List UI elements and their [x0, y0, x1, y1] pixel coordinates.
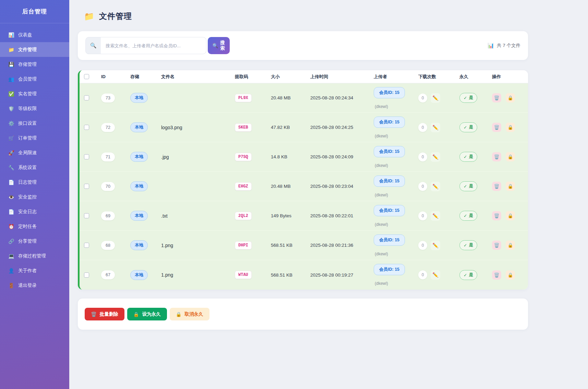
filename: .jpg: [161, 154, 169, 160]
table-row: 67 本地 1.png WTAU 568.51 KB 2025-08-28 00…: [80, 260, 528, 290]
batch-actions-bar: 🗑️ 批量删除 🔒 设为永久 🔒 取消永久: [78, 299, 528, 330]
edit-downloads-button[interactable]: ✏️: [431, 123, 440, 132]
col-header-permanent: 永久: [455, 74, 488, 80]
edit-downloads-button[interactable]: ✏️: [431, 93, 440, 103]
sidebar-item-about-author[interactable]: 👤 关于作者: [0, 263, 69, 278]
sidebar-item-file-management[interactable]: 📁 文件管理: [0, 42, 69, 57]
sidebar-item-security-monitor[interactable]: 👁️ 安全监控: [0, 190, 69, 204]
search-icon: 🔍: [85, 37, 101, 54]
edit-downloads-button[interactable]: ✏️: [431, 211, 440, 221]
sidebar-item-level-permission[interactable]: 🛡️ 等级权限: [0, 101, 69, 116]
check-box-icon: ✅: [8, 91, 15, 97]
sidebar-item-realname-management[interactable]: ✅ 实名管理: [0, 86, 69, 101]
filename: logo3.png: [161, 125, 182, 130]
sidebar-item-scheduled-tasks[interactable]: ⏰ 定时任务: [0, 219, 69, 234]
permanent-badge: ✓ 是: [459, 181, 477, 191]
lock-file-button[interactable]: 🔒: [506, 211, 515, 220]
uploader-username: (dkewl): [374, 134, 388, 138]
file-id-badge: 69: [101, 211, 115, 220]
file-id-badge: 68: [101, 241, 115, 250]
file-size: 20.48 MB: [271, 95, 291, 100]
table-row: 71 本地 .jpg P7SQ 14.8 KB 2025-08-28 00:24…: [80, 142, 528, 172]
download-count-badge: 0: [418, 182, 427, 191]
storage-badge: 本地: [130, 240, 148, 250]
sidebar-item-storage-management[interactable]: 💾 存储管理: [0, 57, 69, 72]
filename: .txt: [161, 213, 168, 219]
lock-file-button[interactable]: 🔒: [506, 93, 515, 102]
row-checkbox[interactable]: [84, 184, 89, 189]
lock-file-button[interactable]: 🔒: [506, 182, 515, 191]
storage-badge: 本地: [130, 93, 148, 103]
delete-file-button[interactable]: 🗑️: [492, 93, 501, 102]
sidebar-nav: 📊 仪表盘 📁 文件管理 💾 存储管理 👥 会员管理 ✅ 实名管理 🛡️ 等级权…: [0, 23, 69, 293]
search-button[interactable]: 🔍 搜索: [208, 37, 230, 54]
row-checkbox[interactable]: [84, 95, 89, 100]
row-checkbox[interactable]: [84, 213, 89, 218]
search-input[interactable]: [101, 37, 206, 54]
document-icon: 📄: [8, 180, 15, 185]
extract-code-badge: PL9X: [235, 94, 252, 102]
col-header-id: ID: [97, 74, 126, 79]
check-icon: ✓: [464, 154, 467, 159]
trash-icon: 🗑️: [494, 243, 499, 248]
search-icon: 🔍: [213, 43, 218, 48]
edit-downloads-button[interactable]: ✏️: [431, 270, 440, 280]
delete-file-button[interactable]: 🗑️: [492, 270, 501, 280]
row-checkbox[interactable]: [84, 125, 89, 130]
sidebar-item-system-settings[interactable]: 🔧 系统设置: [0, 160, 69, 175]
pencil-icon: ✏️: [432, 154, 438, 160]
col-header-downloads: 下载次数: [414, 74, 455, 80]
lock-file-button[interactable]: 🔒: [506, 270, 515, 280]
sidebar-item-security-log[interactable]: 📄 安全日志: [0, 204, 69, 219]
folder-icon: 📁: [84, 12, 94, 21]
permanent-badge: ✓ 是: [459, 93, 477, 103]
row-checkbox[interactable]: [84, 243, 89, 248]
wrench-icon: 🔧: [8, 165, 15, 170]
delete-file-button[interactable]: 🗑️: [492, 182, 501, 191]
sidebar-item-global-speed-limit[interactable]: 🚀 全局限速: [0, 145, 69, 160]
shield-icon: 🛡️: [8, 106, 15, 111]
sidebar-item-member-management[interactable]: 👥 会员管理: [0, 72, 69, 86]
sidebar-item-stored-procedure-management[interactable]: 💻 存储过程管理: [0, 248, 69, 263]
bar-chart-icon: 📊: [8, 32, 15, 38]
sidebar-item-logout[interactable]: 🚪 退出登录: [0, 278, 69, 293]
sidebar-item-dashboard[interactable]: 📊 仪表盘: [0, 27, 69, 42]
lock-file-button[interactable]: 🔒: [506, 152, 515, 161]
edit-downloads-button[interactable]: ✏️: [431, 152, 440, 162]
select-all-checkbox[interactable]: [84, 74, 89, 79]
check-icon: ✓: [464, 125, 467, 130]
permanent-badge: ✓ 是: [459, 240, 477, 250]
set-permanent-button[interactable]: 🔒 设为永久: [127, 308, 167, 320]
delete-file-button[interactable]: 🗑️: [492, 123, 501, 132]
upload-time: 2025-08-28 00:19:27: [310, 272, 353, 278]
lock-file-button[interactable]: 🔒: [506, 123, 515, 132]
sidebar-item-log-management[interactable]: 📄 日志管理: [0, 175, 69, 190]
batch-delete-button[interactable]: 🗑️ 批量删除: [85, 308, 124, 320]
lock-file-button[interactable]: 🔒: [506, 241, 515, 250]
row-checkbox[interactable]: [84, 154, 89, 159]
page-title: 文件管理: [99, 11, 132, 22]
delete-file-button[interactable]: 🗑️: [492, 211, 501, 220]
upload-time: 2025-08-28 00:24:25: [310, 125, 353, 130]
col-header-uploader: 上传者: [369, 74, 414, 80]
permanent-badge: ✓ 是: [459, 122, 477, 132]
uploader-username: (dkewl): [374, 222, 388, 227]
sidebar-item-api-settings[interactable]: ⚙️ 接口设置: [0, 116, 69, 131]
edit-downloads-button[interactable]: ✏️: [431, 241, 440, 250]
edit-downloads-button[interactable]: ✏️: [431, 182, 440, 191]
row-checkbox[interactable]: [84, 272, 89, 278]
sidebar-item-share-management[interactable]: 🔗 分享管理: [0, 234, 69, 248]
delete-file-button[interactable]: 🗑️: [492, 152, 501, 161]
trash-icon: 🗑️: [494, 154, 499, 159]
file-id-badge: 67: [101, 270, 115, 279]
bar-chart-icon: 📊: [488, 42, 494, 49]
member-id-badge: 会员ID: 15: [374, 175, 405, 187]
trash-icon: 🗑️: [494, 184, 499, 189]
delete-file-button[interactable]: 🗑️: [492, 241, 501, 250]
lock-icon: 🔒: [507, 213, 513, 218]
filename: 1.png: [161, 243, 173, 248]
cancel-permanent-button[interactable]: 🔒 取消永久: [170, 308, 209, 320]
sidebar-item-order-management[interactable]: 🛒 订单管理: [0, 131, 69, 145]
door-icon: 🚪: [8, 283, 15, 288]
trash-icon: 🗑️: [494, 213, 499, 218]
